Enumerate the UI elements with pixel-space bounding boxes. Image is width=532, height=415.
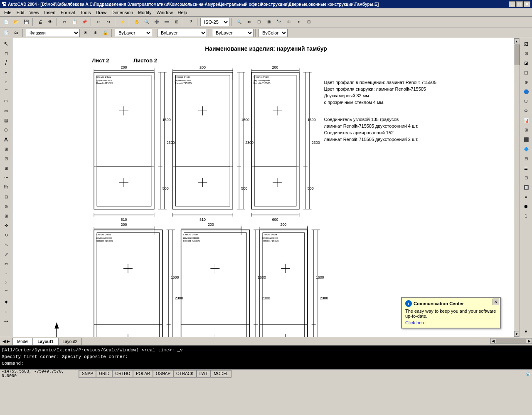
print-button[interactable]: 🖨: [36, 17, 45, 27]
tab-layout2[interactable]: Layout2: [58, 338, 82, 345]
new-button[interactable]: 📄: [2, 17, 11, 27]
zoomextents-button[interactable]: ⊞: [172, 17, 181, 27]
zoom-cen[interactable]: ⊕: [284, 17, 293, 27]
tab-prev-btn[interactable]: ◀: [2, 339, 6, 343]
scale-button[interactable]: ⤡: [1, 240, 11, 249]
tab-model[interactable]: Model: [12, 338, 33, 345]
insert-block[interactable]: ⊡: [1, 154, 11, 163]
scrollbar-thumb-v[interactable]: [515, 44, 520, 65]
rt-btn16[interactable]: 🔲: [521, 183, 531, 192]
zoom-dyn[interactable]: ⊠: [264, 17, 273, 27]
menu-tools[interactable]: Tools: [78, 9, 94, 16]
rt-btn11[interactable]: ⬛: [521, 135, 531, 144]
comm-center-status[interactable]: 📡: [524, 370, 532, 378]
rt-btn19[interactable]: 1: [521, 211, 531, 220]
cut-button[interactable]: ✂: [60, 17, 69, 27]
color-dropdown[interactable]: ByLayer: [115, 29, 152, 37]
redo-button[interactable]: ↪: [104, 17, 113, 27]
zoom-obj[interactable]: ⌖: [294, 17, 303, 27]
zoom-prev[interactable]: ⬅: [244, 17, 254, 27]
undo-button[interactable]: ↩: [94, 17, 103, 27]
layer-freeze[interactable]: ❄: [91, 28, 100, 37]
zoom-all[interactable]: ⊟: [304, 17, 313, 27]
dimlinear-button[interactable]: ↔: [1, 307, 11, 316]
menu-format[interactable]: Format: [58, 9, 78, 16]
minimize-button[interactable]: _: [509, 1, 515, 7]
rect-button[interactable]: ▭: [1, 106, 11, 115]
menu-dimension[interactable]: Dimension: [109, 9, 135, 16]
menu-edit[interactable]: Edit: [14, 9, 27, 16]
extend-button[interactable]: →: [1, 269, 11, 278]
close-button[interactable]: ✕: [524, 1, 530, 7]
fillet-button[interactable]: ⌒: [1, 288, 11, 297]
tab-layout1[interactable]: Layout1: [33, 338, 58, 345]
comm-center-link[interactable]: Click here.: [405, 320, 497, 325]
menu-modify[interactable]: Modify: [135, 9, 154, 16]
rt-btn15[interactable]: ⊡: [521, 173, 531, 182]
h-scrollbar-right[interactable]: ▶: [527, 339, 532, 343]
rt-btn12[interactable]: 🔷: [521, 144, 531, 153]
select-button[interactable]: ↖: [1, 39, 11, 48]
layer-lock[interactable]: 🔒: [101, 28, 110, 37]
copy-obj[interactable]: ⿻: [1, 183, 11, 192]
trim-button[interactable]: ✂: [1, 259, 11, 268]
preview-button[interactable]: 👁: [46, 17, 55, 27]
osnap-button[interactable]: OSNAP: [153, 370, 173, 378]
zoom-scale[interactable]: 🔭: [274, 17, 283, 27]
spline-button[interactable]: 〜: [1, 173, 11, 182]
rt-btn1[interactable]: 🖼: [521, 39, 531, 48]
h-scrollbar-left[interactable]: ◀: [491, 339, 495, 343]
rt-btn13[interactable]: ⊟: [521, 154, 531, 163]
save-button[interactable]: 💾: [22, 17, 31, 27]
polar-button[interactable]: POLAR: [133, 370, 153, 378]
ortho-button[interactable]: ORTHO: [112, 370, 133, 378]
ellipse-button[interactable]: ⬭: [1, 96, 11, 106]
matchprop-button[interactable]: ⚡: [118, 17, 127, 27]
rt-btn18[interactable]: ⬢: [521, 202, 531, 211]
zoom-realtime[interactable]: 🔍: [234, 17, 244, 27]
rt-btn8[interactable]: ⚙: [521, 106, 531, 115]
help-btn[interactable]: ?: [186, 17, 195, 27]
rt-btn6[interactable]: 🔵: [521, 87, 531, 96]
rt-btn2[interactable]: ⊡: [521, 49, 531, 58]
open-button[interactable]: 📂: [12, 17, 21, 27]
pan-button[interactable]: ✋: [132, 17, 141, 27]
region-button[interactable]: ⬡: [1, 125, 11, 134]
lineweight-dropdown[interactable]: ByLayer: [212, 29, 254, 37]
rt-btn10[interactable]: ⊞: [521, 125, 531, 134]
h-scrollbar[interactable]: ◀ ▶: [490, 338, 532, 344]
rt-btn14[interactable]: ☰: [521, 163, 531, 173]
paste-button[interactable]: 📌: [80, 17, 89, 27]
menu-insert[interactable]: Insert: [42, 9, 58, 16]
rt-btn3[interactable]: ◪: [521, 58, 531, 67]
iso-dropdown[interactable]: ISO-25: [200, 18, 229, 26]
rt-btn4[interactable]: ◫: [521, 68, 531, 77]
rt-btn5[interactable]: ⊕: [521, 77, 531, 86]
rt-scrollbar-down[interactable]: ▼: [521, 327, 531, 336]
vertical-scrollbar[interactable]: ▲ ▼: [514, 38, 520, 337]
erase-button[interactable]: ◻: [1, 49, 11, 58]
polyline-button[interactable]: ⌐: [1, 68, 11, 77]
stretch-button[interactable]: ⤢: [1, 249, 11, 259]
menu-view[interactable]: View: [27, 9, 42, 16]
linetype-dropdown[interactable]: ByLayer: [157, 29, 207, 37]
cmd-line3[interactable]: Command:: [2, 360, 530, 367]
table-button[interactable]: ⊞: [1, 144, 11, 153]
zoom-win[interactable]: ⊡: [254, 17, 264, 27]
model-button[interactable]: MODEL: [211, 370, 232, 378]
text-button[interactable]: A: [1, 135, 11, 144]
layer-state[interactable]: ☀: [81, 28, 90, 37]
otrack-button[interactable]: OTRACK: [173, 370, 197, 378]
layer-dropdown[interactable]: Флажки: [26, 29, 80, 37]
menu-window[interactable]: Window: [154, 9, 175, 16]
layer-btn[interactable]: 📑: [2, 28, 11, 37]
line-button[interactable]: /: [1, 58, 11, 67]
menu-draw[interactable]: Draw: [93, 9, 109, 16]
layer2-btn[interactable]: 🗂: [12, 28, 21, 37]
drawing-area[interactable]: Наименование изделия: наружний тамбур Ли…: [12, 38, 520, 337]
zoomin-button[interactable]: ➕: [152, 17, 161, 27]
offset-button[interactable]: ⊜: [1, 202, 11, 211]
circle-button[interactable]: ○: [1, 77, 11, 86]
dimstyle-button[interactable]: ⊷: [1, 316, 11, 326]
arc-button[interactable]: ⌒: [1, 87, 11, 96]
